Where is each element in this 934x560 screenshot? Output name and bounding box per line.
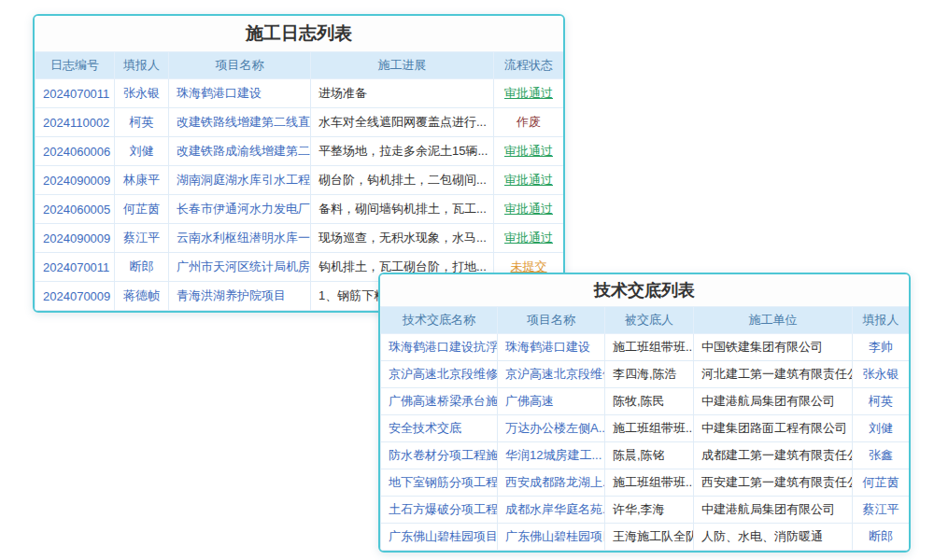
project-name-cell[interactable]: 改建铁路成渝线增建第二... — [169, 137, 311, 166]
filler-cell[interactable]: 蔡江平 — [853, 497, 910, 524]
disclosure-name-cell[interactable]: 京沪高速北京段维修... — [381, 361, 498, 388]
technical-disclosure-panel: 技术交底列表 技术交底名称 项目名称 被交底人 施工单位 填报人 珠海鹤港口建设… — [378, 273, 911, 553]
disclosure-name-cell[interactable]: 土石方爆破分项工程... — [381, 497, 498, 524]
project-name-cell[interactable]: 长春市伊通河水力发电厂... — [169, 195, 311, 224]
disclosure-name-cell[interactable]: 安全技术交底 — [381, 415, 498, 442]
log-id-cell[interactable]: 2024060006 — [35, 137, 115, 166]
unit-cell: 中建港航局集团有限公司 — [694, 497, 853, 524]
project-name-cell[interactable]: 广州市天河区统计局机房... — [169, 253, 311, 282]
table-row: 2024090009蔡江平云南水利枢纽潜明水库一...现场巡查，无积水现象，水马… — [35, 224, 564, 253]
construction-log-title: 施工日志列表 — [35, 16, 563, 51]
technical-disclosure-title: 技术交底列表 — [380, 274, 909, 306]
desktop: 施工日志列表 日志编号 填报人 项目名称 施工进展 流程状态 202407001… — [0, 0, 934, 560]
table-row: 珠海鹤港口建设抗浮...珠海鹤港口建设施工班组带班...中国铁建集团有限公司李帅 — [381, 334, 910, 361]
column-header-status: 流程状态 — [494, 52, 564, 79]
filler-cell[interactable]: 李帅 — [853, 334, 910, 361]
project-name-cell[interactable]: 广佛高速 — [498, 388, 605, 415]
disclosure-name-cell[interactable]: 地下室钢筋分项工程... — [381, 469, 498, 497]
receiver-cell: 施工班组带班... — [605, 469, 694, 497]
column-header-receiver: 被交底人 — [605, 307, 694, 334]
status-cell[interactable]: 审批通过 — [494, 137, 564, 166]
project-name-cell[interactable]: 湖南洞庭湖水库引水工程... — [169, 166, 311, 195]
disclosure-name-cell[interactable]: 广东佛山碧桂园项目... — [381, 524, 498, 551]
log-id-cell[interactable]: 2024060005 — [35, 195, 115, 224]
receiver-cell: 李四海,陈浩 — [605, 361, 694, 388]
log-id-cell[interactable]: 2024070011 — [35, 253, 115, 282]
log-id-cell[interactable]: 2024110002 — [35, 108, 115, 137]
status-cell[interactable]: 审批通过 — [494, 79, 564, 108]
disclosure-name-cell[interactable]: 广佛高速桥梁承台施... — [381, 388, 498, 415]
filler-cell[interactable]: 柯英 — [853, 388, 910, 415]
unit-cell: 人防、水电、消防暖通 — [694, 524, 853, 551]
status-cell[interactable]: 审批通过 — [494, 166, 564, 195]
column-header-disclosure-name: 技术交底名称 — [381, 307, 498, 334]
filler-cell[interactable]: 断郎 — [115, 253, 169, 282]
disclosure-name-cell[interactable]: 防水卷材分项工程施... — [381, 442, 498, 469]
project-name-cell[interactable]: 万达办公楼左侧A... — [498, 415, 605, 442]
column-header-filler: 填报人 — [115, 52, 169, 79]
project-name-cell[interactable]: 西安成都路龙湖上... — [498, 469, 605, 497]
log-id-cell[interactable]: 2024070011 — [35, 79, 115, 108]
filler-cell[interactable]: 刘健 — [115, 137, 169, 166]
log-id-cell[interactable]: 2024070009 — [35, 282, 115, 311]
table-row: 2024090009林康平湖南洞庭湖水库引水工程...砌台阶，钩机排土，二包砌间… — [35, 166, 564, 195]
receiver-cell: 王海施工队全队... — [605, 524, 694, 551]
filler-cell[interactable]: 柯英 — [115, 108, 169, 137]
filler-cell[interactable]: 刘健 — [853, 415, 910, 442]
project-name-cell[interactable]: 云南水利枢纽潜明水库一... — [169, 224, 311, 253]
unit-cell: 西安建工第一建筑有限责任公司 — [694, 469, 853, 497]
filler-cell[interactable]: 蔡江平 — [115, 224, 169, 253]
progress-cell: 备料，砌间墙钩机排土，瓦工... — [311, 195, 494, 224]
project-name-cell[interactable]: 珠海鹤港口建设 — [498, 334, 605, 361]
filler-cell[interactable]: 蒋德帧 — [115, 282, 169, 311]
table-header-row: 日志编号 填报人 项目名称 施工进展 流程状态 — [35, 52, 564, 79]
disclosure-name-cell[interactable]: 珠海鹤港口建设抗浮... — [381, 334, 498, 361]
table-row: 防水卷材分项工程施...华润12城房建工...陈晨,陈铭成都建工第一建筑有限责任… — [381, 442, 910, 469]
filler-cell[interactable]: 林康平 — [115, 166, 169, 195]
column-header-project-name: 项目名称 — [498, 307, 605, 334]
unit-cell: 中建集团路面工程有限公司 — [694, 415, 853, 442]
table-row: 土石方爆破分项工程...成都水岸华庭名苑...许华,李海中建港航局集团有限公司蔡… — [381, 497, 910, 524]
technical-disclosure-table: 技术交底名称 项目名称 被交底人 施工单位 填报人 珠海鹤港口建设抗浮...珠海… — [380, 306, 910, 551]
receiver-cell: 施工班组带班... — [605, 334, 694, 361]
project-name-cell[interactable]: 华润12城房建工... — [498, 442, 605, 469]
table-row: 安全技术交底万达办公楼左侧A...施工班组带班...中建集团路面工程有限公司刘健 — [381, 415, 910, 442]
column-header-project-name: 项目名称 — [169, 52, 311, 79]
filler-cell[interactable]: 张永银 — [853, 361, 910, 388]
column-header-unit: 施工单位 — [694, 307, 853, 334]
project-name-cell[interactable]: 青海洪湖养护院项目 — [169, 282, 311, 311]
column-header-filler: 填报人 — [853, 307, 910, 334]
status-cell[interactable]: 审批通过 — [494, 224, 564, 253]
table-header-row: 技术交底名称 项目名称 被交底人 施工单位 填报人 — [381, 307, 910, 334]
receiver-cell: 许华,李海 — [605, 497, 694, 524]
filler-cell[interactable]: 张鑫 — [853, 442, 910, 469]
unit-cell: 中建港航局集团有限公司 — [694, 388, 853, 415]
filler-cell[interactable]: 何芷茵 — [115, 195, 169, 224]
receiver-cell: 施工班组带班... — [605, 415, 694, 442]
construction-log-panel: 施工日志列表 日志编号 填报人 项目名称 施工进展 流程状态 202407001… — [33, 14, 565, 313]
table-row: 京沪高速北京段维修...京沪高速北京段维修李四海,陈浩河北建工第一建筑有限责任公… — [381, 361, 910, 388]
project-name-cell[interactable]: 成都水岸华庭名苑... — [498, 497, 605, 524]
table-row: 2024060006刘健改建铁路成渝线增建第二...平整场地，拉走多余泥土15辆… — [35, 137, 564, 166]
progress-cell: 平整场地，拉走多余泥土15辆... — [311, 137, 494, 166]
log-id-cell[interactable]: 2024090009 — [35, 166, 115, 195]
status-cell[interactable]: 审批通过 — [494, 195, 564, 224]
column-header-log-id: 日志编号 — [35, 52, 115, 79]
filler-cell[interactable]: 断郎 — [853, 524, 910, 551]
log-id-cell[interactable]: 2024090009 — [35, 224, 115, 253]
receiver-cell: 陈牧,陈民 — [605, 388, 694, 415]
project-name-cell[interactable]: 珠海鹤港口建设 — [169, 79, 311, 108]
status-cell[interactable]: 作废 — [494, 108, 564, 137]
progress-cell: 水车对全线遮阳网覆盖点进行... — [311, 108, 494, 137]
project-name-cell[interactable]: 改建铁路线增建第二线直... — [169, 108, 311, 137]
filler-cell[interactable]: 何芷茵 — [853, 469, 910, 497]
receiver-cell: 陈晨,陈铭 — [605, 442, 694, 469]
filler-cell[interactable]: 张永银 — [115, 79, 169, 108]
table-row: 广佛高速桥梁承台施...广佛高速陈牧,陈民中建港航局集团有限公司柯英 — [381, 388, 910, 415]
project-name-cell[interactable]: 京沪高速北京段维修 — [498, 361, 605, 388]
unit-cell: 河北建工第一建筑有限责任公司 — [694, 361, 853, 388]
progress-cell: 现场巡查，无积水现象，水马... — [311, 224, 494, 253]
unit-cell: 中国铁建集团有限公司 — [694, 334, 853, 361]
column-header-progress: 施工进展 — [311, 52, 494, 79]
project-name-cell[interactable]: 广东佛山碧桂园项目 — [498, 524, 605, 551]
